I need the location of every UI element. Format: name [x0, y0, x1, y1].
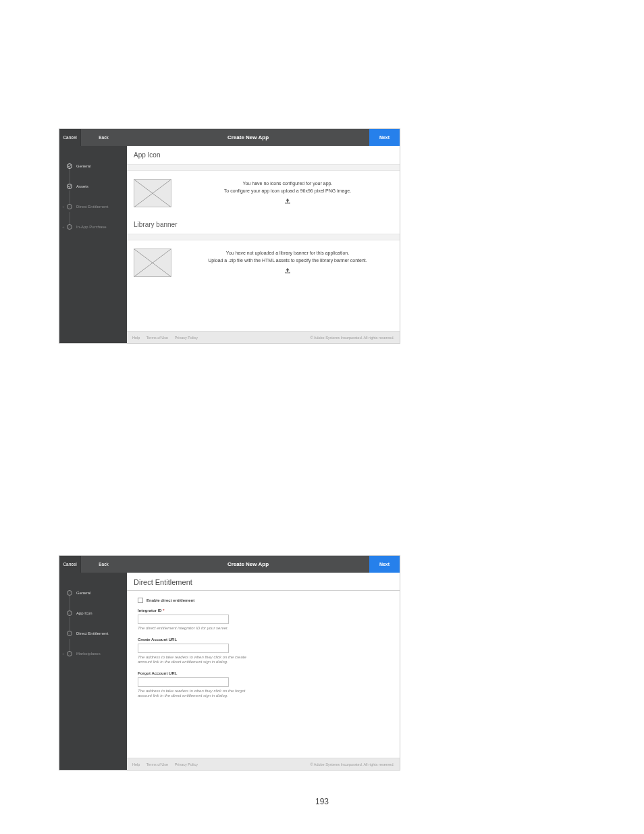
- cancel-button[interactable]: Cancel: [59, 129, 80, 146]
- section-divider: [127, 234, 400, 240]
- field-description: The address to take readers to when they…: [138, 689, 259, 699]
- msg-line-1: You have not uploaded a library banner f…: [182, 251, 393, 255]
- next-button[interactable]: Next: [369, 556, 400, 573]
- footer-help-link[interactable]: Help: [132, 762, 140, 766]
- footer-terms-link[interactable]: Terms of Use: [146, 336, 168, 340]
- integrator-id-input[interactable]: [138, 615, 229, 624]
- wizard-sidebar: General Assets + Direct Entitlement + In…: [59, 146, 127, 343]
- direct-entitlement-form: Enable direct entitlement Integrator ID …: [127, 591, 400, 701]
- footer-help-link[interactable]: Help: [132, 336, 140, 340]
- check-icon: [67, 184, 72, 189]
- upload-icon[interactable]: [284, 267, 292, 276]
- footer-copyright: © Adobe Systems Incorporated. All rights…: [310, 336, 394, 340]
- add-step-icon: +: [62, 652, 65, 656]
- sidebar-step-direct-entitlement[interactable]: + Direct Entitlement: [59, 200, 127, 213]
- step-label: Direct Entitlement: [76, 205, 108, 209]
- field-description: The direct entitlement integrator ID for…: [138, 626, 259, 631]
- page-number: 193: [0, 797, 644, 806]
- checkbox-label: Enable direct entitlement: [146, 598, 194, 602]
- step-label: Marketplaces: [76, 652, 101, 656]
- svg-rect-8: [286, 271, 286, 273]
- step-label: Direct Entitlement: [76, 631, 108, 635]
- step-label: General: [76, 164, 90, 168]
- section-title-direct-entitlement: Direct Entitlement: [127, 573, 400, 590]
- check-icon: [67, 631, 72, 636]
- wizard-title: Create New App: [127, 556, 369, 573]
- sidebar-step-general[interactable]: General: [59, 586, 127, 600]
- sidebar-step-in-app-purchase[interactable]: + In-App Purchase: [59, 220, 127, 234]
- add-step-icon: +: [62, 205, 65, 209]
- upload-icon[interactable]: [284, 197, 292, 206]
- back-button[interactable]: Back: [80, 556, 127, 573]
- cancel-button[interactable]: Cancel: [59, 556, 80, 573]
- section-divider: [127, 164, 400, 171]
- library-banner-message: You have not uploaded a library banner f…: [182, 251, 393, 276]
- step-label: In-App Purchase: [76, 225, 107, 229]
- app-icon-row: You have no icons configured for your ap…: [127, 171, 400, 215]
- screenshot-assets: Cancel Back Create New App Next General …: [59, 128, 400, 344]
- svg-rect-3: [286, 202, 286, 203]
- check-icon: [67, 590, 72, 596]
- sidebar-step-app-icon[interactable]: App Icon: [59, 606, 127, 620]
- wizard-main: App Icon You have no icons configured fo…: [127, 146, 400, 343]
- check-icon: [67, 610, 72, 616]
- msg-line-2: To configure your app icon upload a 96x9…: [182, 188, 393, 193]
- wizard-topbar: Cancel Back Create New App Next: [59, 129, 400, 146]
- step-label: General: [76, 591, 90, 595]
- svg-rect-4: [290, 202, 290, 203]
- svg-rect-2: [286, 203, 290, 203]
- wizard-topbar: Cancel Back Create New App Next: [59, 556, 400, 573]
- check-icon: [67, 651, 72, 656]
- section-title-app-icon: App Icon: [127, 146, 400, 164]
- section-title-library-banner: Library banner: [127, 215, 400, 234]
- sidebar-step-direct-entitlement[interactable]: Direct Entitlement: [59, 627, 127, 640]
- checkbox[interactable]: [138, 598, 143, 603]
- sidebar-step-assets[interactable]: Assets: [59, 180, 127, 193]
- svg-rect-7: [286, 272, 290, 273]
- wizard-title: Create New App: [127, 129, 369, 146]
- screenshot-direct-entitlement: Cancel Back Create New App Next General …: [59, 555, 400, 771]
- sidebar-step-marketplaces[interactable]: + Marketplaces: [59, 647, 127, 660]
- step-label: App Icon: [76, 611, 92, 615]
- create-account-url-input[interactable]: [138, 644, 229, 653]
- footer: Help Terms of Use Privacy Policy © Adobe…: [127, 331, 400, 343]
- app-icon-message: You have no icons configured for your ap…: [182, 181, 393, 206]
- enable-direct-entitlement-row[interactable]: Enable direct entitlement: [138, 598, 393, 603]
- field-description: The address to take readers to when they…: [138, 655, 259, 665]
- footer: Help Terms of Use Privacy Policy © Adobe…: [127, 758, 400, 770]
- add-step-icon: +: [62, 225, 65, 229]
- check-icon: [67, 204, 72, 209]
- footer-copyright: © Adobe Systems Incorporated. All rights…: [310, 762, 394, 766]
- msg-line-1: You have no icons configured for your ap…: [182, 181, 393, 186]
- wizard-sidebar: General App Icon Direct Entitlement + Ma…: [59, 573, 127, 770]
- check-icon: [67, 163, 72, 169]
- next-button[interactable]: Next: [369, 129, 400, 146]
- footer-terms-link[interactable]: Terms of Use: [146, 762, 168, 766]
- sidebar-step-general[interactable]: General: [59, 159, 127, 173]
- required-indicator: *: [163, 608, 164, 613]
- field-label: Integrator ID: [138, 608, 162, 613]
- image-placeholder-icon: [134, 249, 171, 277]
- check-icon: [67, 224, 72, 230]
- field-create-account-url: Create Account URL The address to take r…: [138, 637, 393, 665]
- forgot-account-url-input[interactable]: [138, 677, 229, 687]
- back-button[interactable]: Back: [80, 129, 127, 146]
- wizard-main: Direct Entitlement Enable direct entitle…: [127, 573, 400, 770]
- svg-rect-9: [290, 271, 290, 273]
- footer-privacy-link[interactable]: Privacy Policy: [175, 336, 198, 340]
- field-integrator-id: Integrator ID * The direct entitlement i…: [138, 608, 393, 631]
- image-placeholder-icon: [134, 179, 171, 207]
- step-label: Assets: [76, 184, 88, 188]
- field-forgot-account-url: Forgot Account URL The address to take r…: [138, 671, 393, 699]
- footer-privacy-link[interactable]: Privacy Policy: [175, 762, 198, 766]
- msg-line-2: Upload a .zip file with the HTML assets …: [182, 258, 393, 263]
- field-label: Create Account URL: [138, 637, 177, 642]
- library-banner-row: You have not uploaded a library banner f…: [127, 240, 400, 285]
- field-label: Forgot Account URL: [138, 671, 177, 675]
